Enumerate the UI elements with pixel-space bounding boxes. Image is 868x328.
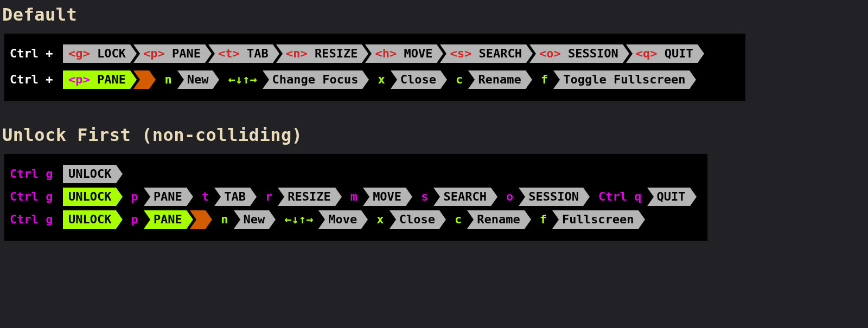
mode-pane-u: PANE <box>144 188 187 206</box>
mode-lock: <g> LOCK <box>63 44 130 63</box>
action-new-u: New <box>234 210 270 229</box>
mode-move: <h> MOVE <box>365 44 437 63</box>
key-ctrl-q: Ctrl q <box>598 188 641 206</box>
default-terminal: Ctrl + <g> LOCK <p> PANE <t> TAB <n> RES… <box>3 33 746 102</box>
unlock-active-2: UNLOCK <box>63 210 116 229</box>
key-f-u: f <box>540 210 547 229</box>
action-close-u: Close <box>390 210 439 229</box>
key-m: m <box>350 188 358 206</box>
unlock-row1: Ctrl g UNLOCK <box>10 164 702 183</box>
mode-session-u: SESSION <box>519 188 583 206</box>
key-p: p <box>131 188 138 206</box>
action-rename-u: Rename <box>467 210 524 229</box>
action-new: New <box>177 70 213 89</box>
key-s: s <box>421 188 428 206</box>
default-row2-prefix: Ctrl + <box>10 70 56 89</box>
unlock-active: UNLOCK <box>63 188 116 206</box>
key-x-u: x <box>376 210 384 229</box>
mode-tab: <t> TAB <box>208 44 273 63</box>
action-key-n: n <box>164 70 171 89</box>
unlock-row2-prefix: Ctrl g <box>10 188 56 206</box>
key-o: o <box>506 188 513 206</box>
action-change-focus: Change Focus <box>263 70 363 89</box>
action-key-x: x <box>378 70 385 89</box>
mode-move-u: MOVE <box>363 188 406 206</box>
mode-quit: <q> QUIT <box>626 44 698 63</box>
active-mode-pane: <p> PANE <box>63 70 130 89</box>
pane-active-u: PANE <box>144 210 187 229</box>
key-arrows-u: ←↓↑→ <box>284 210 313 229</box>
default-row1-prefix: Ctrl + <box>10 44 56 63</box>
default-modes-row: Ctrl + <g> LOCK <p> PANE <t> TAB <n> RES… <box>10 43 740 63</box>
unlock-terminal: Ctrl g UNLOCK Ctrl g UNLOCK p PANE t TAB… <box>3 153 709 242</box>
mode-search-u: SEARCH <box>433 188 490 206</box>
unlock-row3: Ctrl g UNLOCK p PANE n New ←↓↑→ Move x C… <box>10 209 702 229</box>
section-title-default: Default <box>0 0 868 33</box>
mode-pane: <p> PANE <box>133 44 205 63</box>
action-key-arrows: ←↓↑→ <box>228 70 257 89</box>
action-move-u: Move <box>318 210 361 229</box>
key-c-u: c <box>455 210 462 229</box>
action-rename: Rename <box>468 70 525 89</box>
mode-tab-u: TAB <box>214 188 250 206</box>
mode-resize: <n> RESIZE <box>276 44 362 63</box>
unlock-row3-prefix: Ctrl g <box>10 210 56 229</box>
key-t: t <box>202 188 209 206</box>
mode-resize-u: RESIZE <box>278 188 335 206</box>
action-key-c: c <box>456 70 463 89</box>
unlock-row1-prefix: Ctrl g <box>10 165 56 183</box>
action-fullscreen: Toggle Fullscreen <box>553 70 690 89</box>
mode-session: <o> SESSION <box>529 44 623 63</box>
default-pane-actions-row: Ctrl + <p> PANE n New ←↓↑→ Change Focus … <box>10 69 740 89</box>
key-p-2: p <box>131 210 138 229</box>
mode-quit-u: QUIT <box>647 188 690 206</box>
action-key-f: f <box>541 70 548 89</box>
key-r: r <box>265 188 272 206</box>
action-close: Close <box>391 70 441 89</box>
unlock-row2: Ctrl g UNLOCK p PANE t TAB r RESIZE m MO… <box>10 186 702 206</box>
mode-search: <s> SEARCH <box>440 44 526 63</box>
section-title-unlock: Unlock First (non-colliding) <box>0 120 868 153</box>
unlock-label: UNLOCK <box>63 165 116 183</box>
action-fullscreen-u: Fullscreen <box>552 210 638 229</box>
key-n: n <box>221 210 228 229</box>
